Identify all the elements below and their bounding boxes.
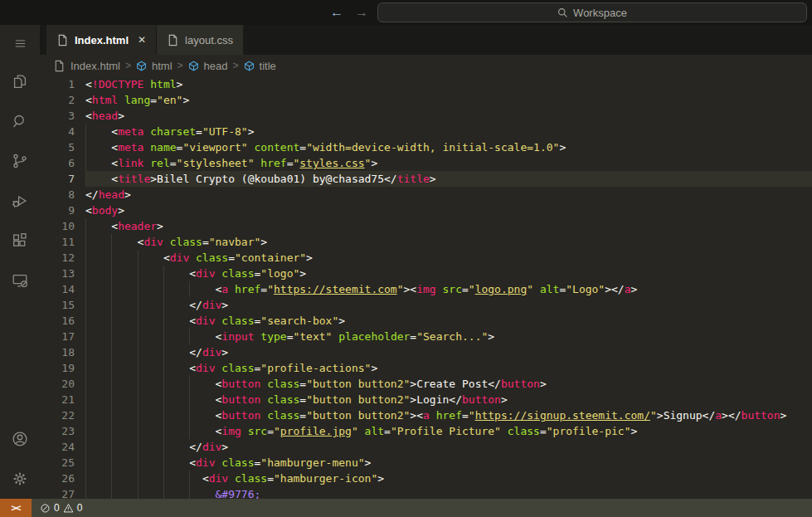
code-token: class: [216, 315, 255, 327]
code-token: src: [436, 283, 462, 295]
code-line-content: <img src="profile.jpg" alt="Profile Pict…: [85, 425, 637, 437]
code-line-26[interactable]: 26<div class="hamburger-icon">: [40, 471, 812, 486]
back-arrow-icon[interactable]: ←: [327, 3, 347, 22]
code-token: >: [124, 188, 131, 201]
code-line-14[interactable]: 14<a href="https://steemit.com"><img src…: [40, 281, 812, 297]
remote-explorer-icon: [11, 271, 29, 290]
code-line-23[interactable]: 23<img src="profile.jpg" alt="Profile Pi…: [40, 423, 812, 439]
code-line-13[interactable]: 13<div class="logo">: [40, 266, 812, 281]
code-line-content: <title>Bilel Crypto (@kouba01) by@chasad…: [85, 173, 436, 185]
activity-item-remote-explorer[interactable]: [0, 261, 40, 300]
tab-Index.html[interactable]: Index.html✕: [46, 25, 157, 55]
breadcrumb-item-title[interactable]: title: [260, 60, 276, 72]
code-line-content: <meta charset="UTF-8">: [85, 125, 255, 138]
breadcrumb-item-head[interactable]: head: [204, 60, 228, 72]
code-line-22[interactable]: 22<button class="button button2"><a href…: [40, 407, 812, 423]
activity-item-source-control[interactable]: [0, 141, 40, 181]
code-token: Create Post: [416, 378, 488, 390]
command-center-search[interactable]: Workspace: [377, 2, 807, 22]
code-token: "search-box": [260, 315, 338, 327]
tab-layout.css[interactable]: layout.css: [157, 25, 244, 55]
code-line-20[interactable]: 20<button class="button button2">Create …: [40, 376, 812, 392]
code-token: class: [228, 472, 267, 485]
breadcrumb-separator: >: [125, 60, 131, 71]
code-line-8[interactable]: 8</head>: [40, 187, 812, 202]
code-token: =: [299, 393, 306, 406]
code-line-24[interactable]: 24</div>: [40, 439, 812, 455]
code-line-6[interactable]: 6<link rel="stylesheet" href="styles.css…: [40, 155, 812, 171]
code-token: div: [143, 236, 163, 248]
code-line-1[interactable]: 1<!DOCTYPE html>: [40, 76, 812, 92]
code-token: <: [111, 125, 118, 138]
code-token: div: [196, 362, 215, 374]
breadcrumb-item-file[interactable]: Index.html: [71, 60, 120, 72]
code-line-27[interactable]: 27&#9776;: [40, 486, 812, 499]
tab-close-icon[interactable]: ✕: [138, 34, 146, 46]
code-token: >: [177, 78, 183, 90]
code-line-content: </div>: [85, 441, 228, 453]
code-line-15[interactable]: 15</div>: [40, 297, 812, 313]
code-token: header: [118, 220, 157, 232]
code-token: button: [501, 378, 540, 390]
code-token: =: [267, 472, 274, 485]
code-line-9[interactable]: 9<body>: [40, 202, 812, 218]
code-line-11[interactable]: 11<div class="navbar">: [40, 234, 812, 250]
code-token: ": [397, 283, 404, 295]
indent-guides: [85, 250, 163, 266]
code-token: >: [410, 378, 416, 390]
code-token: class: [216, 362, 255, 374]
code-token: =: [462, 409, 469, 422]
code-token: ": [274, 425, 280, 437]
code-token: <: [85, 110, 92, 122]
remote-indicator-button[interactable]: ><: [0, 499, 32, 517]
code-line-2[interactable]: 2<html lang="en">: [40, 92, 812, 108]
indent-guides: [85, 455, 189, 471]
code-token: type: [255, 330, 287, 343]
activity-item-run-debug[interactable]: [0, 181, 40, 221]
code-line-17[interactable]: 17<input type="text" placeholder="Search…: [40, 329, 812, 344]
activity-item-account[interactable]: [0, 419, 40, 459]
activity-item-settings[interactable]: [0, 459, 40, 499]
code-token: <: [85, 204, 92, 217]
indent-guides: [85, 297, 189, 313]
forward-arrow-icon[interactable]: →: [352, 3, 372, 22]
code-line-19[interactable]: 19<div class="profile-actions">: [40, 360, 812, 376]
code-line-21[interactable]: 21<button class="button button2">Login</…: [40, 392, 812, 407]
code-line-content: <div class="container">: [85, 251, 313, 264]
code-token: </: [189, 441, 202, 453]
code-line-3[interactable]: 3<head>: [40, 108, 812, 124]
code-token: "Logo": [566, 283, 605, 295]
code-line-5[interactable]: 5<meta name="viewport" content="width=de…: [40, 139, 812, 155]
code-line-12[interactable]: 12<div class="container">: [40, 250, 812, 266]
code-line-18[interactable]: 18</div>: [40, 344, 812, 360]
activity-item-extensions[interactable]: [0, 221, 40, 261]
code-token: ": [469, 283, 475, 295]
code-token: href: [255, 157, 287, 169]
activity-item-explorer[interactable]: [0, 61, 40, 101]
code-token: href: [430, 409, 462, 422]
code-token: ": [469, 409, 475, 422]
indent-guides: [85, 407, 216, 423]
code-token: class: [216, 267, 255, 280]
code-line-25[interactable]: 25<div class="hamburger-menu">: [40, 455, 812, 471]
code-token: ><: [410, 409, 423, 422]
line-number: 27: [40, 486, 75, 499]
code-token: src: [241, 425, 267, 437]
breadcrumb-item-html[interactable]: html: [152, 60, 173, 72]
code-line-10[interactable]: 10<header>: [40, 218, 812, 234]
line-number: 12: [40, 250, 75, 266]
problems-button[interactable]: 0 0: [40, 502, 82, 514]
code-line-16[interactable]: 16<div class="search-box">: [40, 313, 812, 329]
code-token: input: [221, 330, 254, 343]
code-token: div: [202, 299, 221, 311]
code-token: a: [625, 283, 631, 295]
activity-item-menu[interactable]: [0, 25, 40, 61]
code-line-content: &#9776;: [85, 488, 260, 499]
activity-item-search[interactable]: [0, 101, 40, 141]
run-debug-icon: [11, 192, 29, 210]
code-line-7[interactable]: 7<title>Bilel Crypto (@kouba01) by@chasa…: [40, 171, 812, 187]
code-area[interactable]: 1<!DOCTYPE html>2<html lang="en">3<head>…: [40, 76, 812, 499]
code-token: button: [741, 409, 780, 422]
code-line-4[interactable]: 4<meta charset="UTF-8">: [40, 124, 812, 139]
code-token: >: [150, 173, 157, 185]
